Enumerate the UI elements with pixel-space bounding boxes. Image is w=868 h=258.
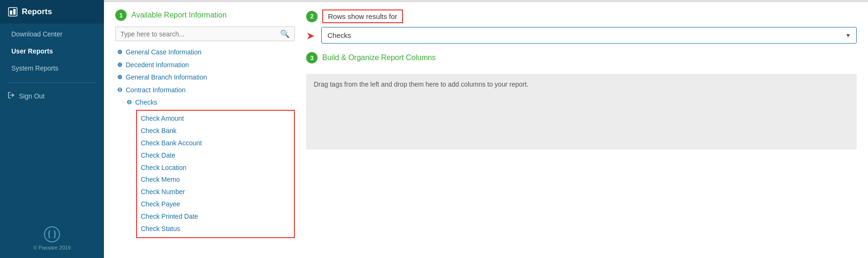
step1-badge: 1: [115, 9, 127, 21]
search-icon: 🔍: [280, 29, 290, 38]
tree-item-general-branch[interactable]: ⊕ General Branch Information: [117, 71, 295, 84]
step2-badge: 2: [306, 11, 318, 22]
svg-rect-1: [10, 10, 12, 15]
expand-icon-contract: ⊖: [117, 84, 124, 96]
check-status[interactable]: Check Status: [141, 223, 290, 235]
red-arrow-icon: ➤: [306, 30, 315, 42]
check-bank[interactable]: Check Bank: [141, 125, 290, 137]
check-printed-date[interactable]: Check Printed Date: [141, 211, 290, 223]
section3-header: 3 Build & Organize Report Columns: [306, 52, 857, 63]
right-panel: 2 Rows show results for ➤ Checks General…: [306, 9, 857, 250]
rows-section: 2 Rows show results for ➤ Checks General…: [306, 9, 857, 44]
rows-label: Rows show results for: [322, 9, 403, 23]
rows-select[interactable]: Checks General Case Information Decedent…: [321, 27, 857, 44]
section3-title: Build & Organize Report Columns: [322, 53, 436, 62]
contract-children: ⊖ Checks Check Amount Check Bank Check B…: [117, 96, 295, 238]
drop-zone-text: Drag tags from the left and drop them he…: [314, 80, 528, 88]
tree-item-general-case[interactable]: ⊕ General Case Information: [117, 46, 295, 59]
sidebar-footer: © Passare 2019: [0, 218, 104, 258]
search-bar[interactable]: 🔍: [115, 27, 295, 41]
sidebar-item-user-reports[interactable]: User Reports: [0, 43, 104, 60]
signout-label: Sign Out: [19, 92, 44, 100]
sidebar-item-system-reports[interactable]: System Reports: [0, 60, 104, 77]
main-content: 1 Available Report Information 🔍 ⊕ Gener…: [104, 0, 868, 258]
section1-title: Available Report Information: [131, 11, 227, 19]
svg-rect-2: [13, 9, 16, 15]
drop-zone[interactable]: Drag tags from the left and drop them he…: [306, 74, 857, 150]
section1-header: 1 Available Report Information: [115, 9, 295, 21]
passare-logo-icon: [43, 226, 60, 243]
report-tree: ⊕ General Case Information ⊕ Decedent In…: [115, 46, 295, 238]
expand-icon-general-case: ⊕: [117, 46, 124, 58]
check-amount[interactable]: Check Amount: [141, 113, 290, 125]
search-input[interactable]: [120, 30, 280, 38]
sidebar-header: Reports: [0, 0, 104, 24]
check-date[interactable]: Check Date: [141, 150, 290, 162]
copyright-text: © Passare 2019: [33, 245, 70, 250]
signout-button[interactable]: Sign Out: [0, 87, 104, 105]
check-location[interactable]: Check Location: [141, 162, 290, 174]
sidebar-nav: Download Center User Reports System Repo…: [0, 24, 104, 79]
rows-select-wrapper: Checks General Case Information Decedent…: [321, 27, 857, 44]
expand-icon-checks: ⊖: [127, 97, 133, 108]
build-section: 3 Build & Organize Report Columns Drag t…: [306, 52, 857, 150]
sidebar-title: Reports: [22, 7, 52, 17]
check-memo[interactable]: Check Memo: [141, 174, 290, 186]
step3-badge: 3: [306, 52, 318, 63]
expand-icon-decedent: ⊕: [117, 59, 124, 71]
tree-item-decedent[interactable]: ⊕ Decedent Information: [117, 59, 295, 71]
check-bank-account[interactable]: Check Bank Account: [141, 137, 290, 150]
sidebar-divider: [8, 82, 96, 83]
sidebar-item-download-center[interactable]: Download Center: [0, 26, 104, 43]
tree-item-contract[interactable]: ⊖ Contract Information: [117, 84, 295, 97]
rows-select-row: ➤ Checks General Case Information Decede…: [306, 27, 857, 44]
signout-icon: [8, 91, 15, 100]
svg-rect-0: [9, 8, 17, 16]
sidebar: Reports Download Center User Reports Sys…: [0, 0, 104, 258]
available-report-panel: 1 Available Report Information 🔍 ⊕ Gener…: [115, 9, 295, 250]
check-number[interactable]: Check Number: [141, 186, 290, 198]
tree-item-checks[interactable]: ⊖ Checks: [127, 96, 295, 109]
reports-icon: [8, 7, 18, 17]
checks-highlight-box: Check Amount Check Bank Check Bank Accou…: [136, 110, 295, 238]
svg-point-3: [44, 227, 60, 242]
expand-icon-general-branch: ⊕: [117, 71, 124, 83]
checks-children: Check Amount Check Bank Check Bank Accou…: [127, 110, 295, 238]
check-payee[interactable]: Check Payee: [141, 198, 290, 211]
rows-header: 2 Rows show results for: [306, 9, 857, 23]
